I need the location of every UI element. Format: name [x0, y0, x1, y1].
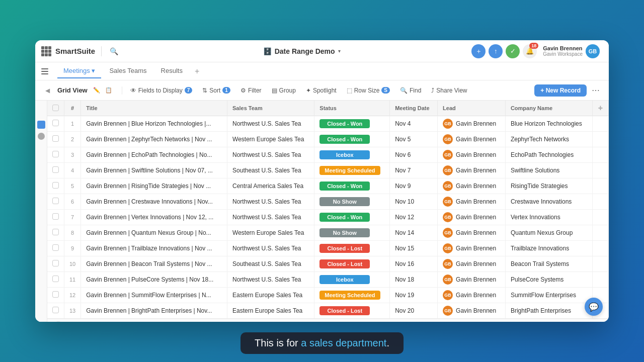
hamburger-icon[interactable] — [41, 66, 51, 76]
lead-avatar: GB — [443, 259, 453, 269]
app-name: SmartSuite — [55, 47, 95, 55]
row-title[interactable]: Gavin Brennen | Crestwave Innovations | … — [81, 194, 227, 210]
row-title[interactable]: Gavin Brennen | EchoPath Technologies | … — [81, 147, 227, 163]
row-extra — [592, 272, 608, 288]
row-checkbox[interactable] — [47, 288, 64, 303]
row-checkbox[interactable] — [47, 178, 64, 194]
row-checkbox[interactable] — [47, 210, 64, 225]
row-title[interactable]: Gavin Brennen | BrightPath Enterprises |… — [81, 303, 227, 319]
sort-btn[interactable]: ⇅ Sort 1 — [198, 85, 234, 96]
row-checkbox[interactable] — [47, 147, 64, 163]
user-text: Gavin Brennen Gavin Workspace — [543, 45, 583, 57]
lead-avatar: GB — [443, 197, 453, 207]
row-status: Closed - Lost — [314, 256, 390, 272]
notification-btn[interactable]: 🔔 18 — [523, 44, 537, 58]
row-meeting-date: Nov 10 — [390, 194, 438, 210]
row-checkbox[interactable] — [47, 163, 64, 178]
tab-meetings[interactable]: Meetings ▾ — [57, 64, 101, 78]
row-checkbox[interactable] — [47, 241, 64, 256]
row-title[interactable]: Gavin Brennen | Quantum Nexus Group | No… — [81, 225, 227, 241]
row-lead: GB Gavin Brennen — [438, 132, 506, 147]
share-icon-btn[interactable]: ↑ — [489, 44, 503, 58]
find-btn[interactable]: 🔍 Find — [396, 85, 425, 96]
row-checkbox[interactable] — [47, 132, 64, 147]
row-checkbox[interactable] — [47, 194, 64, 210]
chat-bubble-btn[interactable]: 💬 — [585, 298, 603, 316]
row-sales-team: Northwest U.S. Sales Tea — [227, 194, 314, 210]
row-checkbox[interactable] — [47, 225, 64, 241]
row-title[interactable]: Gavin Brennen | Swiftline Solutions | No… — [81, 163, 227, 178]
row-company: Trailblaze Innovations — [505, 241, 592, 256]
row-meeting-date: Nov 7 — [390, 163, 438, 178]
row-num: 3 — [64, 147, 81, 163]
sep1 — [122, 86, 122, 95]
sidebar-grid-view-icon[interactable] — [37, 121, 45, 129]
eye-icon: 👁 — [130, 87, 136, 94]
db-title-chevron[interactable]: ▾ — [338, 48, 341, 54]
row-sales-team: Southeast U.S. Sales Tea — [227, 256, 314, 272]
more-options-btn[interactable]: ⋯ — [589, 83, 603, 98]
row-company: Beacon Trail Systems — [505, 256, 592, 272]
top-bar: SmartSuite 🔍 🗄️ Date Range Demo ▾ ＋ ↑ ✓ … — [35, 40, 609, 62]
group-btn[interactable]: ▤ Group — [268, 85, 300, 96]
header-checkbox[interactable] — [52, 105, 59, 111]
view-edit-btn[interactable]: ✏️ — [92, 85, 102, 96]
row-checkbox[interactable] — [47, 272, 64, 288]
table-row: 13 Gavin Brennen | BrightPath Enterprise… — [47, 303, 609, 319]
sidebar-toggle[interactable]: ◀ — [41, 84, 53, 97]
row-meeting-date: Nov 12 — [390, 210, 438, 225]
row-checkbox[interactable] — [47, 116, 64, 132]
table-row: 9 Gavin Brennen | Trailblaze Innovations… — [47, 241, 609, 256]
add-row-btn[interactable]: + — [53, 321, 63, 322]
view-copy-btn[interactable]: 📋 — [104, 85, 114, 96]
tab-add-button[interactable]: + — [191, 65, 203, 78]
row-title[interactable]: Gavin Brennen | Blue Horizon Technologie… — [81, 116, 227, 132]
tab-results[interactable]: Results — [155, 64, 189, 78]
search-button[interactable]: 🔍 — [108, 45, 120, 57]
lead-name: Gavin Brennen — [456, 198, 496, 205]
tab-sales-teams[interactable]: Sales Teams — [103, 64, 152, 78]
new-record-btn[interactable]: + New Record — [534, 84, 587, 97]
lead-avatar: GB — [443, 119, 453, 129]
row-sales-team: Southeast U.S. Sales Tea — [227, 163, 314, 178]
row-num: 12 — [64, 288, 81, 303]
status-highlight: a sales department — [301, 337, 386, 348]
lead-avatar: GB — [443, 243, 453, 253]
row-title[interactable]: Gavin Brennen | PulseCore Systems | Nov … — [81, 272, 227, 288]
filter-btn[interactable]: ⚙ Filter — [236, 85, 266, 96]
top-bar-right: ＋ ↑ ✓ 🔔 18 Gavin Brennen Gavin Workspace… — [471, 43, 603, 59]
row-size-icon: ⬚ — [347, 87, 352, 94]
spotlight-btn[interactable]: ✦ Spotlight — [302, 85, 341, 96]
row-checkbox[interactable] — [47, 303, 64, 319]
row-lead: GB Gavin Brennen — [438, 288, 506, 303]
row-company: BrightPath Enterprises — [505, 303, 592, 319]
row-lead: GB Gavin Brennen — [438, 147, 506, 163]
row-title[interactable]: Gavin Brennen | ZephyrTech Networks | No… — [81, 132, 227, 147]
row-extra — [592, 178, 608, 194]
row-size-btn[interactable]: ⬚ Row Size S — [343, 85, 394, 96]
add-icon-btn[interactable]: ＋ — [471, 44, 486, 58]
row-title[interactable]: Gavin Brennen | SummitFlow Enterprises |… — [81, 288, 227, 303]
fields-display-btn[interactable]: 👁 Fields to Display 7 — [126, 85, 197, 96]
view-label: Grid View — [57, 86, 88, 94]
row-num: 1 — [64, 116, 81, 132]
row-sales-team: Northwest U.S. Sales Tea — [227, 147, 314, 163]
grid-menu-icon[interactable] — [41, 46, 51, 56]
add-column-btn[interactable]: + — [592, 101, 608, 116]
row-meeting-date: Nov 14 — [390, 225, 438, 241]
row-num: 4 — [64, 163, 81, 178]
row-title[interactable]: Gavin Brennen | Beacon Trail Systems | N… — [81, 256, 227, 272]
divider — [101, 46, 102, 56]
row-title[interactable]: Gavin Brennen | Trailblaze Innovations |… — [81, 241, 227, 256]
row-status: Closed - Won — [314, 210, 390, 225]
sidebar-person-icon[interactable] — [38, 133, 45, 140]
check-icon-btn[interactable]: ✓ — [506, 44, 520, 58]
share-view-btn[interactable]: ⤴ Share View — [427, 85, 471, 96]
row-title[interactable]: Gavin Brennen | Vertex Innovations | Nov… — [81, 210, 227, 225]
col-status: Status — [314, 101, 390, 116]
row-title[interactable]: Gavin Brennen | RisingTide Strategies | … — [81, 178, 227, 194]
lead-name: Gavin Brennen — [456, 151, 496, 158]
user-info[interactable]: Gavin Brennen Gavin Workspace GB — [540, 43, 603, 59]
row-checkbox[interactable] — [47, 256, 64, 272]
row-company: Swiftline Solutions — [505, 163, 592, 178]
